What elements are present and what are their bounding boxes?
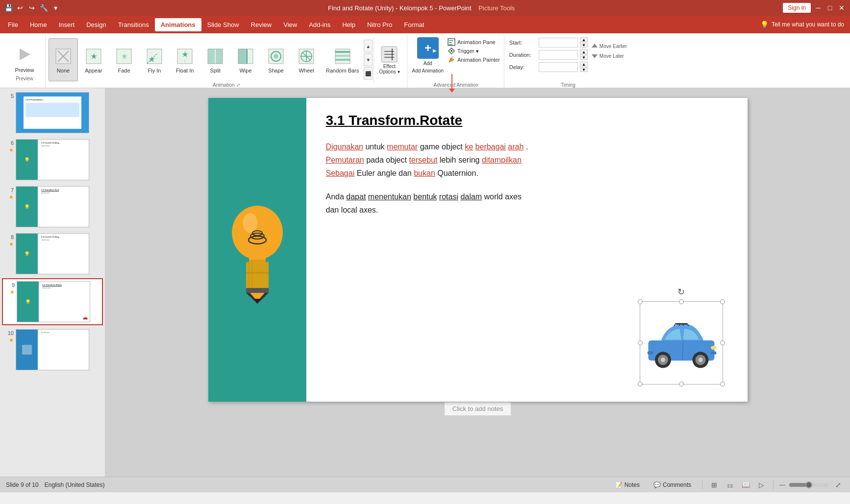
start-down-arrow[interactable]: ▼ — [580, 43, 588, 48]
duration-down-arrow[interactable]: ▼ — [580, 55, 588, 60]
maximize-icon[interactable]: □ — [825, 3, 834, 12]
start-input[interactable] — [539, 38, 578, 48]
anim-appear[interactable]: ★ Appear — [79, 38, 108, 81]
text-pemutaran: Pemutaran — [326, 156, 364, 164]
slide-content-area[interactable]: 3.1 Transform.Rotate Digunakan untuk mem… — [105, 88, 850, 477]
ribbon: Preview Preview None — [0, 33, 850, 88]
anim-appear-icon: ★ — [83, 46, 104, 67]
gallery-up-btn[interactable]: ▲ — [364, 40, 373, 52]
save-icon[interactable]: 💾 — [4, 3, 13, 12]
anim-randombars[interactable]: Random Bars — [322, 38, 363, 81]
move-earlier-button[interactable]: Move Earlier — [591, 42, 627, 50]
comments-icon: 💬 — [653, 481, 661, 488]
animation-group-expand[interactable]: ⤢ — [236, 82, 240, 88]
delay-up-arrow[interactable]: ▲ — [580, 62, 588, 67]
start-up-arrow[interactable]: ▲ — [580, 37, 588, 42]
animation-painter-button[interactable]: Animation Painter — [448, 56, 500, 64]
anim-fade[interactable]: ★ Fade — [109, 38, 139, 81]
add-animation-button[interactable]: + Add Add Animation — [412, 37, 444, 73]
title-bar: 💾 ↩ ↪ 🔧 ▾ Find and Rotate (Unity) - Kelo… — [0, 0, 850, 16]
minimize-icon[interactable]: ─ — [814, 3, 823, 12]
rotate-handle[interactable]: ↻ — [677, 287, 685, 297]
car-selection-container[interactable]: ↻ — [640, 301, 723, 384]
anim-shape[interactable]: Shape — [261, 38, 291, 81]
slide-thumb-6[interactable]: 6 ★ 💡 1.2 Contoh Coding... text text tex… — [2, 137, 103, 182]
zoom-slider[interactable] — [789, 483, 828, 487]
handle-ml[interactable] — [638, 340, 643, 345]
handle-bc[interactable] — [679, 382, 684, 386]
gallery-expand-btn[interactable]: ⬛ — [364, 67, 373, 80]
move-later-button[interactable]: Move Later — [591, 52, 627, 60]
anim-floatin[interactable]: ★ ↑ Float In — [170, 38, 200, 81]
comments-button[interactable]: 💬 Comments — [649, 480, 696, 489]
svg-point-49 — [243, 213, 257, 233]
slide-star-9: ★ — [10, 288, 15, 295]
text-sebagai: Sebagai — [326, 169, 355, 177]
zoom-thumb[interactable] — [805, 481, 812, 488]
handle-br[interactable] — [720, 382, 725, 386]
handle-tl[interactable] — [638, 299, 643, 304]
notes-area[interactable]: Click to add notes — [445, 402, 511, 415]
anim-split[interactable]: Split — [200, 38, 230, 81]
duration-up-arrow[interactable]: ▲ — [580, 49, 588, 54]
normal-view-btn[interactable]: ⊞ — [708, 479, 720, 491]
menu-nitropro[interactable]: Nitro Pro — [361, 18, 398, 31]
slide-left-panel — [208, 98, 306, 402]
anim-none[interactable]: None — [49, 38, 78, 81]
fit-slide-btn[interactable]: ⤢ — [832, 479, 844, 491]
delay-down-arrow[interactable]: ▼ — [580, 67, 588, 72]
menu-addins[interactable]: Add-ins — [303, 18, 336, 31]
menu-help[interactable]: Help — [336, 18, 361, 31]
slide-paragraph-2: Anda dapat menentukan bentuk rotasi dala… — [326, 190, 728, 216]
repair-icon[interactable]: 🔧 — [39, 3, 48, 12]
gallery-down-btn[interactable]: ▼ — [364, 53, 373, 66]
trigger-label: Trigger — [457, 48, 474, 54]
slide-thumb-7[interactable]: 7 ★ 💡 2.1 Transform.Find text text text — [2, 184, 103, 229]
slide-thumb-10[interactable]: 10 ★ text text text — [2, 327, 103, 372]
handle-bl[interactable] — [638, 382, 643, 386]
anim-wheel[interactable]: Wheel — [292, 38, 321, 81]
slide-thumb-5[interactable]: 5 1.2.2 Penambahan... — [2, 90, 103, 135]
anim-wipe[interactable]: Wipe — [231, 38, 260, 81]
tell-me-text[interactable]: Tell me what you want to do — [772, 21, 844, 28]
preview-button[interactable]: Preview — [10, 42, 39, 75]
svg-rect-43 — [449, 44, 452, 45]
menu-bar: File Home Insert Design Transitions Anim… — [0, 16, 850, 33]
dropdown-icon[interactable]: ▾ — [51, 3, 60, 12]
menu-home[interactable]: Home — [24, 18, 53, 31]
delay-input[interactable] — [539, 62, 578, 72]
handle-tr[interactable] — [720, 299, 725, 304]
menu-review[interactable]: Review — [245, 18, 278, 31]
undo-icon[interactable]: ↩ — [16, 3, 25, 12]
duration-input[interactable] — [539, 50, 578, 60]
zoom-level: — — [779, 481, 785, 488]
trigger-button[interactable]: Trigger ▾ — [448, 47, 500, 55]
slide-sorter-btn[interactable]: ⚏ — [724, 479, 736, 491]
menu-transitions[interactable]: Transitions — [112, 18, 155, 31]
reading-view-btn[interactable]: 📖 — [740, 479, 751, 491]
trigger-dropdown[interactable]: ▾ — [476, 48, 478, 54]
slide-thumb-9[interactable]: 9 ★ 💡 3.1 Transform.Rotate text text tex… — [2, 278, 103, 325]
notes-button[interactable]: 📝 Notes — [610, 480, 645, 489]
slide-preview-9: 💡 3.1 Transform.Rotate text text text 🚗 — [17, 281, 90, 322]
menu-file[interactable]: File — [2, 18, 24, 31]
slideshow-btn[interactable]: ▷ — [755, 479, 767, 491]
anim-flyin[interactable]: ★ Fly In — [140, 38, 169, 81]
status-bar: Slide 9 of 10 English (United States) 📝 … — [0, 477, 850, 492]
svg-marker-0 — [20, 48, 30, 60]
animation-pane-button[interactable]: Animation Pane — [448, 38, 500, 46]
sign-in-button[interactable]: Sign in — [783, 3, 811, 13]
menu-design[interactable]: Design — [80, 18, 112, 31]
handle-tc[interactable] — [679, 299, 684, 304]
redo-icon[interactable]: ↪ — [27, 3, 36, 12]
slide-thumb-8[interactable]: 8 ★ 💡 2.2 Contoh Coding... text text tex… — [2, 231, 103, 276]
menu-insert[interactable]: Insert — [53, 18, 81, 31]
menu-slideshow[interactable]: Slide Show — [201, 18, 245, 31]
effect-options-button[interactable]: Effect Options ▾ — [377, 43, 401, 76]
close-icon[interactable]: ✕ — [837, 3, 846, 12]
menu-animations[interactable]: Animations — [155, 18, 201, 31]
menu-format[interactable]: Format — [398, 18, 430, 31]
menu-view[interactable]: View — [277, 18, 303, 31]
slide-preview-10: text text text — [16, 329, 89, 370]
handle-mr[interactable] — [720, 340, 725, 345]
